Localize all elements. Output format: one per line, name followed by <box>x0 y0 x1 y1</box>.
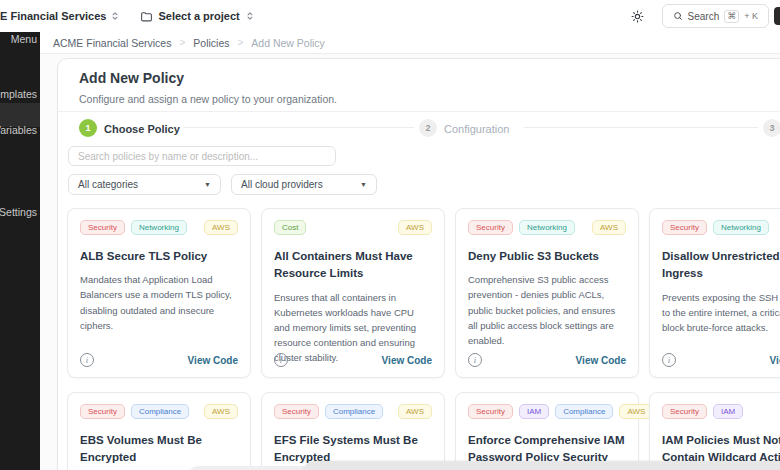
info-icon[interactable]: i <box>468 353 482 367</box>
page-subtitle: Configure and assign a new policy to you… <box>79 93 337 105</box>
policy-card[interactable]: SecurityIAMComplianceAWS Enforce Compreh… <box>455 392 639 470</box>
tag-row: SecurityNetworkingAWS <box>80 220 238 235</box>
tag-row: SecurityComplianceAWS <box>80 404 238 419</box>
tag-networking: Networking <box>131 220 187 235</box>
sidebar-item-templates[interactable]: Templates <box>0 88 37 100</box>
tag-security: Security <box>662 404 707 419</box>
policy-card[interactable]: SecurityComplianceAWS EFS File Systems M… <box>261 392 445 470</box>
tag-row: SecurityIAMComplianceAWS <box>468 404 626 419</box>
provider-badge-aws: AWS <box>398 220 432 235</box>
policy-card[interactable]: SecurityComplianceAWS EBS Volumes Must B… <box>67 392 251 470</box>
global-search-button[interactable]: Search ⌘ + K <box>662 4 769 28</box>
step-2-indicator: 2 <box>419 119 437 137</box>
card-footer: i View Code <box>80 353 238 367</box>
tag-networking: Networking <box>713 220 769 235</box>
policy-description: Prevents exposing the SSH port (22) to t… <box>662 290 780 336</box>
policy-search-input[interactable] <box>68 146 336 166</box>
info-icon[interactable]: i <box>274 353 288 367</box>
tag-row: SecurityIAM <box>662 404 780 419</box>
project-switcher[interactable]: Select a project <box>140 10 254 23</box>
card-footer: i View Code <box>468 353 626 367</box>
view-code-link[interactable]: View Code <box>382 355 432 366</box>
policy-card[interactable]: CostAWS All Containers Must Have Resourc… <box>261 208 445 378</box>
card-footer: i View Code <box>662 353 780 367</box>
policy-title: Deny Public S3 Buckets <box>468 248 626 265</box>
tag-iam: IAM <box>519 404 549 419</box>
provider-badge-aws: AWS <box>204 404 238 419</box>
categories-dropdown[interactable]: All categories ▼ <box>68 174 221 195</box>
tag-iam: IAM <box>713 404 743 419</box>
policy-card[interactable]: SecurityNetworkingAWS ALB Secure TLS Pol… <box>67 208 251 378</box>
breadcrumb-separator: > <box>237 37 243 48</box>
sidebar: MenuTemplatesVariablesSettings <box>0 32 40 470</box>
theme-toggle-sun-icon[interactable] <box>631 10 644 23</box>
tag-row: SecurityNetworking <box>662 220 780 235</box>
top-bar: ACME Financial Services Select a project… <box>0 0 780 33</box>
policy-title: ALB Secure TLS Policy <box>80 248 238 265</box>
main-panel: Add New Policy Configure and assign a ne… <box>57 58 780 470</box>
policy-title: EBS Volumes Must Be Encrypted <box>80 432 238 467</box>
sidebar-item-settings[interactable]: Settings <box>0 206 37 218</box>
step-connector <box>524 127 758 128</box>
info-icon[interactable]: i <box>80 353 94 367</box>
policy-card[interactable]: SecurityIAM IAM Policies Must Not Contai… <box>649 392 780 470</box>
providers-dropdown-value: All cloud providers <box>241 179 323 190</box>
tag-row: SecurityComplianceAWS <box>274 404 432 419</box>
provider-badge-aws: AWS <box>398 404 432 419</box>
folder-icon <box>140 10 153 23</box>
page-title: Add New Policy <box>79 70 184 86</box>
step-1-indicator: 1 <box>79 119 97 137</box>
project-switcher-label: Select a project <box>158 10 239 22</box>
org-switcher[interactable]: ACME Financial Services <box>0 10 120 22</box>
info-icon[interactable]: i <box>662 353 676 367</box>
tag-security: Security <box>468 220 513 235</box>
chevron-down-icon: ▼ <box>204 181 211 188</box>
card-footer: i View Code <box>274 353 432 367</box>
policy-title: Disallow Unrestricted SSH Ingress <box>662 248 780 283</box>
tag-compliance: Compliance <box>131 404 189 419</box>
search-icon <box>673 11 683 21</box>
tag-compliance: Compliance <box>325 404 383 419</box>
chevrons-up-down-icon <box>245 11 255 21</box>
tag-security: Security <box>80 404 125 419</box>
policy-description: Mandates that Application Load Balancers… <box>80 272 238 333</box>
chevrons-up-down-icon <box>110 11 120 21</box>
providers-dropdown[interactable]: All cloud providers ▼ <box>231 174 377 195</box>
tag-row: SecurityNetworkingAWS <box>468 220 626 235</box>
step-3-indicator: 3 <box>763 119 780 137</box>
sidebar-item-menu[interactable]: Menu <box>11 33 37 45</box>
breadcrumb: ACME Financial Services > Policies > Add… <box>40 32 780 54</box>
breadcrumb-org[interactable]: ACME Financial Services <box>53 37 171 49</box>
chevron-down-icon: ▼ <box>360 181 367 188</box>
step-connector <box>184 127 414 128</box>
tag-networking: Networking <box>519 220 575 235</box>
tag-security: Security <box>662 220 707 235</box>
tag-security: Security <box>468 404 513 419</box>
avatar[interactable] <box>774 7 780 25</box>
shortcut-key: + K <box>744 11 758 21</box>
provider-badge-aws: AWS <box>204 220 238 235</box>
breadcrumb-separator: > <box>179 37 185 48</box>
breadcrumb-policies[interactable]: Policies <box>193 37 229 49</box>
policy-card[interactable]: SecurityNetworkingAWS Deny Public S3 Buc… <box>455 208 639 378</box>
tag-cost: Cost <box>274 220 306 235</box>
view-code-link[interactable]: View Code <box>770 355 780 366</box>
policy-description: Comprehensive S3 public access preventio… <box>468 272 626 348</box>
step-2-label: Configuration <box>444 123 509 135</box>
sidebar-item-variables[interactable]: Variables <box>0 124 37 136</box>
policy-card[interactable]: SecurityNetworking Disallow Unrestricted… <box>649 208 780 378</box>
org-name: ACME Financial Services <box>0 10 106 22</box>
view-code-link[interactable]: View Code <box>576 355 626 366</box>
tag-security: Security <box>80 220 125 235</box>
categories-dropdown-value: All categories <box>78 179 138 190</box>
policy-title: All Containers Must Have Resource Limits <box>274 248 432 283</box>
bottom-overlay <box>302 461 780 470</box>
divider <box>58 111 780 112</box>
search-label: Search <box>688 11 720 22</box>
tag-row: CostAWS <box>274 220 432 235</box>
provider-badge-aws: AWS <box>592 220 626 235</box>
tag-security: Security <box>274 404 319 419</box>
view-code-link[interactable]: View Code <box>188 355 238 366</box>
tag-compliance: Compliance <box>555 404 613 419</box>
breadcrumb-current: Add New Policy <box>251 37 325 49</box>
